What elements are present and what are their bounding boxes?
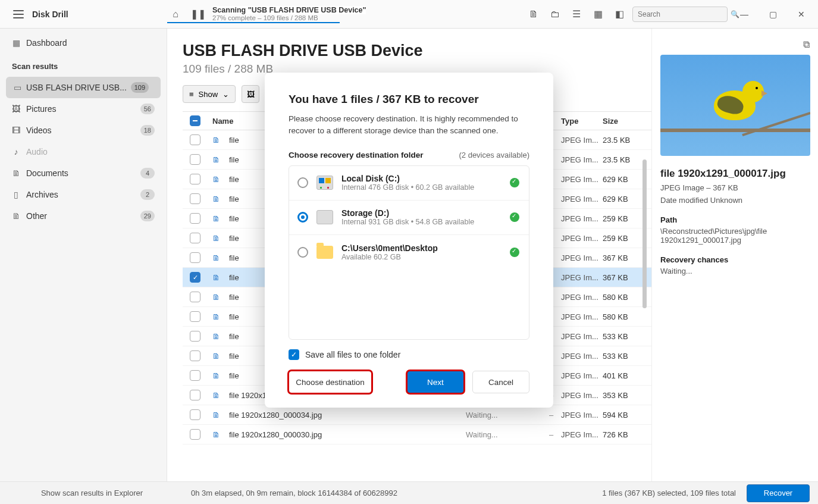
destination-option-storage-d[interactable]: Storage (D:) Internal 931 GB disk • 54.8… <box>289 201 529 235</box>
save-all-label: Save all files to one folder <box>305 350 400 359</box>
modal-description: Please choose recovery destination. It i… <box>289 113 529 137</box>
destination-option-desktop[interactable]: C:\Users\0ment\Desktop Available 60.2 GB <box>289 235 529 270</box>
cancel-button[interactable]: Cancel <box>472 371 529 393</box>
choose-destination-button[interactable]: Choose destination <box>289 371 372 393</box>
save-all-checkbox[interactable]: ✓ <box>289 349 299 360</box>
folder-icon <box>316 246 333 259</box>
radio-icon[interactable] <box>297 212 308 223</box>
destination-option-local-c[interactable]: Local Disk (C:) Internal 476 GB disk • 6… <box>289 166 529 201</box>
modal-dest-count: (2 devices available) <box>459 151 529 159</box>
modal-dest-head: Choose recovery destination folder <box>289 151 424 159</box>
check-ok-icon <box>510 212 519 222</box>
radio-icon[interactable] <box>297 177 308 188</box>
destination-name: Local Disk (C:) <box>341 174 502 183</box>
recovery-destination-modal: You have 1 files / 367 KB to recover Ple… <box>265 73 553 408</box>
drive-icon <box>316 210 333 224</box>
windows-drive-icon <box>316 176 333 190</box>
next-button[interactable]: Next <box>407 371 464 393</box>
destination-detail: Internal 476 GB disk • 60.2 GB available <box>341 183 502 192</box>
destination-list: Local Disk (C:) Internal 476 GB disk • 6… <box>289 165 529 340</box>
check-ok-icon <box>510 248 519 257</box>
destination-detail: Available 60.2 GB <box>341 253 502 261</box>
destination-name: C:\Users\0ment\Desktop <box>341 243 502 253</box>
radio-icon[interactable] <box>297 247 308 258</box>
destination-name: Storage (D:) <box>341 208 502 218</box>
modal-title: You have 1 files / 367 KB to recover <box>289 93 529 106</box>
check-ok-icon <box>510 178 519 187</box>
destination-detail: Internal 931 GB disk • 54.8 GB available <box>341 218 502 226</box>
